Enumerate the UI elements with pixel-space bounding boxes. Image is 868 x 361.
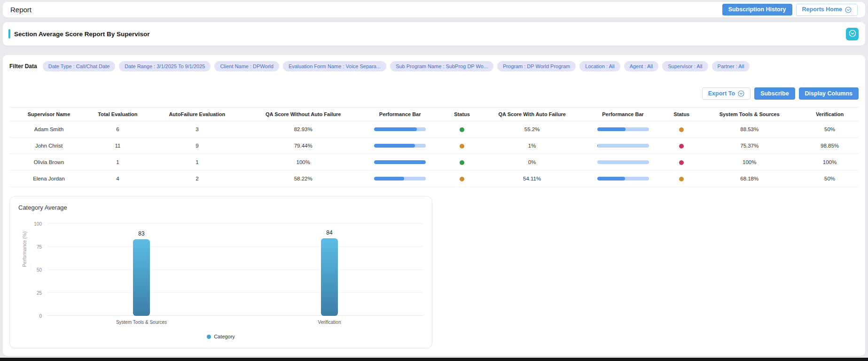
table-cell: 9 [147,138,247,154]
table-cell [441,138,483,154]
table-cell [665,154,698,171]
status-dot-orange [679,177,684,181]
table-cell: 58.22% [247,171,360,187]
table-cell: John Christ [9,138,88,154]
filter-chip[interactable]: Supervisor : All [662,61,708,71]
table-body: Adam Smith6382.93%55.2%88.53%50%John Chr… [9,121,859,187]
chevron-down-circle-icon [849,30,856,39]
table-cell [665,138,698,154]
reports-home-label: Reports Home [802,7,842,13]
y-tick-label: 50 [37,267,42,273]
table-cell [359,121,440,138]
table-cell: 0% [483,154,581,171]
performance-bar-fill [374,177,404,180]
filter-chip[interactable]: Date Type : Call/Chat Date [43,61,116,71]
performance-bar [374,177,426,180]
column-header: QA Score With Auto Failure [483,108,581,121]
table-row: John Christ11979.44%1%75.37%98.85% [9,138,859,154]
export-to-label: Export To [708,91,735,97]
chart-bar-2[interactable]: 84 [321,238,338,316]
table-cell: Adam Smith [9,121,88,138]
filter-chip[interactable]: Client Name : DPWorld [214,61,279,71]
column-header: Verification [801,108,859,121]
top-bar: Report Subscription History Reports Home [3,2,865,17]
accent-bar [8,29,10,39]
table-cell: 100% [247,154,360,171]
performance-bar [597,160,649,164]
table-cell: 11 [88,138,147,154]
y-tick-label: 25 [37,290,42,296]
filter-row: Filter Data Date Type : Call/Chat DateDa… [9,55,859,71]
bottom-edge-bar [0,358,868,361]
column-header: QA Score Without Auto Failure [247,108,360,121]
table-cell: 1 [88,154,147,171]
table-cell [359,154,440,171]
page-title: Report [10,6,31,14]
filter-chips: Date Type : Call/Chat DateDate Range : 3… [43,61,750,71]
topbar-actions: Subscription History Reports Home [722,4,858,16]
status-dot-orange [679,127,684,132]
section-title: Section Average Score Report By Supervis… [14,31,150,38]
filter-chip[interactable]: Evaluation Form Name : Voice Separa... [283,61,386,71]
performance-bar-fill [597,127,626,131]
display-columns-button[interactable]: Display Columns [799,87,859,100]
filter-chip[interactable]: Sub Program Name : SubProg DP Wo... [390,61,493,71]
export-to-button[interactable]: Export To [702,87,751,100]
subscribe-label: Subscribe [760,91,789,97]
collapse-section-button[interactable] [846,28,859,40]
y-tick-label: 0 [39,314,42,319]
table-cell: 4 [88,171,147,187]
section-header: Section Average Score Report By Supervis… [3,22,865,46]
table-cell: 100% [801,154,859,171]
table-cell: 1 [147,154,247,171]
status-dot-green [460,127,464,132]
table-cell [359,171,440,187]
column-header: Performance Bar [581,108,665,121]
table-cell: 3 [147,121,247,138]
table-cell [441,121,483,138]
gridline [47,269,423,270]
supervisor-score-table: Supervisor NameTotal EvaluationAutoFailu… [9,107,859,187]
chart-bar-1[interactable]: 83 [133,239,150,316]
table-cell [441,171,483,187]
column-header: Status [665,108,698,121]
gridline [47,315,423,316]
gridline [47,223,423,224]
performance-bar-fill [374,144,415,148]
report-panel: Filter Data Date Type : Call/Chat DateDa… [3,55,865,356]
display-columns-label: Display Columns [805,91,852,97]
chart-legend: Category [10,334,432,339]
table-toolbar: Export To Subscribe Display Columns [9,87,859,100]
filter-chip[interactable]: Location : All [579,61,620,71]
performance-bar [374,144,426,148]
section-title-group: Section Average Score Report By Supervis… [8,29,150,39]
table-cell [441,154,483,171]
performance-bar [374,160,426,164]
column-header: Supervisor Name [9,108,88,121]
filter-chip[interactable]: Partner : All [712,61,750,71]
column-header: Total Evaluation [88,108,147,121]
status-dot-orange [460,177,464,181]
x-tick-label: System Tools & Sources [116,320,167,325]
column-header: System Tools & Sources [698,108,801,121]
filter-data-label: Filter Data [9,63,37,70]
legend-dot-icon [207,335,211,339]
gridline [47,246,423,247]
performance-bar-fill [597,177,625,180]
filter-chip[interactable]: Date Range : 3/1/2025 To 9/1/2025 [119,61,211,71]
table-cell: Olivia Brown [9,154,88,171]
subscribe-button[interactable]: Subscribe [754,87,795,100]
reports-home-button[interactable]: Reports Home [796,4,858,16]
table-cell: 6 [88,121,147,138]
subscription-history-button[interactable]: Subscription History [722,4,792,16]
table-cell: 55.2% [483,121,581,138]
table-row: Elena Jordan4258.22%54.11%68.18%50% [9,171,859,187]
filter-chip[interactable]: Program : DP World Program [497,61,576,71]
x-tick-label: Verification [318,320,341,325]
table-cell: 82.93% [247,121,360,138]
table-cell: 98.85% [801,138,859,154]
table-cell: 100% [698,154,801,171]
filter-chip[interactable]: Agent : All [624,61,659,71]
performance-bar-fill [374,127,417,131]
table-cell: 50% [801,121,859,138]
